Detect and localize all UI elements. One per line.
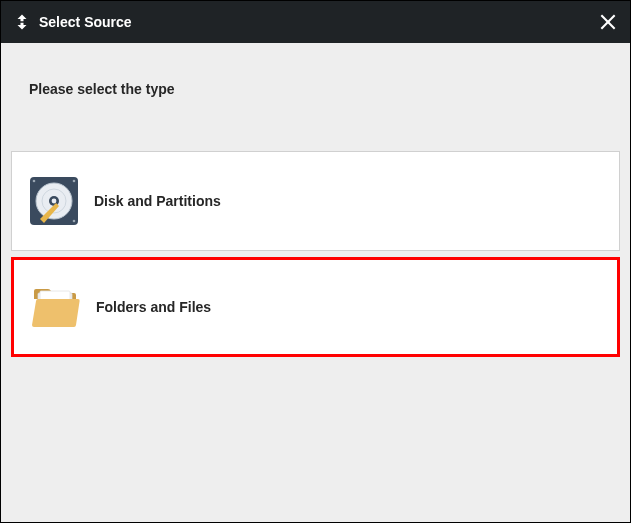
option-list: Disk and Partitions Folders and Files bbox=[1, 151, 630, 357]
dialog-title: Select Source bbox=[39, 14, 132, 30]
titlebar: Select Source bbox=[1, 1, 630, 43]
dialog: Select Source Please select the type bbox=[0, 0, 631, 523]
svg-point-9 bbox=[73, 220, 76, 223]
close-button[interactable] bbox=[598, 12, 618, 32]
svg-point-7 bbox=[33, 180, 36, 183]
option-folders-files[interactable]: Folders and Files bbox=[11, 257, 620, 357]
app-logo-icon bbox=[13, 13, 31, 31]
svg-point-8 bbox=[73, 180, 76, 183]
prompt-text: Please select the type bbox=[1, 43, 630, 97]
content-area: Please select the type bbox=[1, 43, 630, 522]
close-icon bbox=[598, 12, 618, 32]
option-label: Folders and Files bbox=[96, 299, 211, 315]
disk-icon bbox=[26, 173, 82, 229]
option-disk-partitions[interactable]: Disk and Partitions bbox=[11, 151, 620, 251]
svg-point-6 bbox=[52, 199, 57, 204]
option-label: Disk and Partitions bbox=[94, 193, 221, 209]
folder-icon bbox=[28, 279, 84, 335]
